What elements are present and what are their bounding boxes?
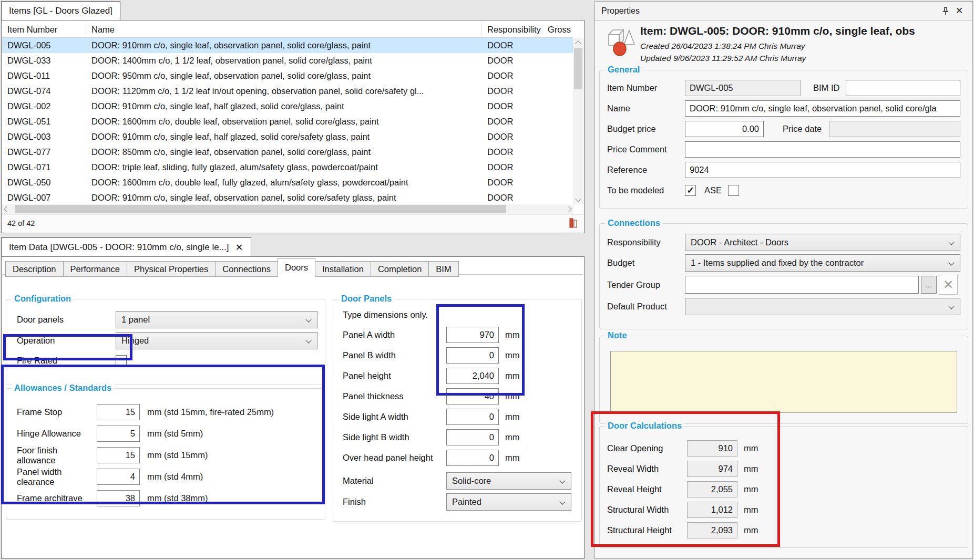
table-row[interactable]: DWGL-011 DOOR: 950mm c/o, single leaf, o… bbox=[2, 68, 573, 84]
horizontal-scrollbar[interactable] bbox=[2, 204, 573, 214]
allowance-input[interactable]: 15 bbox=[97, 404, 140, 420]
table-row[interactable]: DWGL-071 DOOR: triple leaf, sliding, ful… bbox=[2, 160, 573, 175]
tab-item[interactable]: Connections bbox=[215, 261, 278, 277]
ase-checkbox[interactable] bbox=[728, 185, 739, 196]
dimension-input[interactable]: 40 bbox=[446, 388, 499, 405]
tab-item[interactable]: Doors bbox=[278, 258, 315, 277]
dimension-label: Panel height bbox=[343, 371, 446, 381]
unit-label: mm bbox=[744, 464, 758, 474]
table-row[interactable]: DWGL-050 DOOR: 1600mm c/o, double leaf, … bbox=[2, 175, 573, 190]
item-data-tab[interactable]: Item Data [DWGL-005 - DOOR: 910mm c/o, s… bbox=[1, 237, 251, 256]
item-number-field[interactable]: DWGL-005 bbox=[685, 80, 801, 96]
cell-responsibility: DOOR bbox=[482, 132, 542, 142]
column-header-gross[interactable]: Gross bbox=[542, 24, 573, 35]
tab-item[interactable]: Description bbox=[5, 261, 64, 277]
connections-title: Connections bbox=[605, 218, 663, 228]
price-comment-field[interactable] bbox=[685, 141, 960, 158]
cell-item-number: DWGL-003 bbox=[2, 132, 86, 142]
items-tab[interactable]: Items [GL - Doors Glazed] bbox=[1, 1, 120, 20]
dimension-input[interactable]: 0 bbox=[446, 450, 499, 466]
chevron-down-icon bbox=[948, 239, 954, 245]
note-group: Note bbox=[599, 336, 968, 424]
default-product-select[interactable] bbox=[685, 298, 960, 315]
table-row[interactable]: DWGL-005 DOOR: 910mm c/o, single leaf, o… bbox=[2, 38, 573, 53]
clear-icon[interactable]: ✕ bbox=[939, 275, 958, 295]
cell-responsibility: DOOR bbox=[482, 40, 542, 50]
columns-icon[interactable] bbox=[569, 217, 578, 229]
operation-select[interactable]: Hinged bbox=[116, 332, 317, 349]
table-row[interactable]: DWGL-077 DOOR: 850mm c/o, single leaf, o… bbox=[2, 144, 573, 160]
door-panels-label: Door panels bbox=[17, 315, 116, 325]
price-date-field[interactable] bbox=[829, 121, 960, 137]
table-row[interactable]: DWGL-033 DOOR: 1400mm c/o, 1 1/2 leaf, o… bbox=[2, 53, 573, 68]
table-row[interactable]: DWGL-003 DOOR: 910mm c/o, single leaf, h… bbox=[2, 129, 573, 144]
door-panels-group: Door Panels Type dimensions only. Panel … bbox=[333, 299, 582, 522]
material-select[interactable]: Solid-core bbox=[446, 472, 571, 490]
column-header-responsibility[interactable]: Responsibility bbox=[482, 24, 542, 35]
tab-item[interactable]: Completion bbox=[371, 261, 429, 277]
to-be-modeled-checkbox[interactable]: ✓ bbox=[685, 185, 696, 196]
items-rows: DWGL-005 DOOR: 910mm c/o, single leaf, o… bbox=[2, 38, 573, 204]
table-row[interactable]: DWGL-051 DOOR: 1600mm c/o, double leaf, … bbox=[2, 114, 573, 129]
allowance-input[interactable]: 5 bbox=[97, 426, 140, 442]
table-row[interactable]: DWGL-074 DOOR: 1120mm c/o, 1 1/2 leaf in… bbox=[2, 84, 573, 99]
cell-responsibility: DOOR bbox=[482, 147, 542, 157]
cell-responsibility: DOOR bbox=[482, 193, 542, 203]
allowance-input[interactable]: 15 bbox=[97, 447, 140, 463]
scroll-right-icon[interactable] bbox=[566, 206, 571, 212]
cell-item-number: DWGL-050 bbox=[2, 178, 86, 188]
calculation-field: 2,093 bbox=[687, 522, 737, 538]
finish-select[interactable]: Painted bbox=[446, 493, 571, 511]
table-row[interactable]: DWGL-002 DOOR: 910mm c/o, single leaf, h… bbox=[2, 99, 573, 114]
reference-field[interactable]: 9024 bbox=[685, 162, 960, 178]
dimension-row: Side light A width 0 mm bbox=[343, 407, 576, 427]
column-header-name[interactable]: Name bbox=[86, 24, 482, 35]
cell-item-number: DWGL-011 bbox=[2, 71, 86, 81]
tab-item[interactable]: Physical Properties bbox=[127, 261, 216, 277]
item-data-tabstrip: Description Performance Physical Propert… bbox=[5, 258, 458, 277]
dimension-input[interactable]: 0 bbox=[446, 409, 499, 425]
dimension-label: Side light B width bbox=[343, 432, 446, 442]
table-row[interactable]: DWGL-007 DOOR: 910mm c/o, single leaf, o… bbox=[2, 190, 573, 204]
dimension-input[interactable]: 0 bbox=[446, 347, 499, 364]
tab-item[interactable]: Performance bbox=[63, 261, 127, 277]
fire-rated-checkbox[interactable] bbox=[116, 355, 127, 366]
budget-select[interactable]: 1 - Items supplied and fixed by the cont… bbox=[685, 254, 960, 272]
tab-label: Completion bbox=[378, 264, 422, 274]
tab-item[interactable]: Installation bbox=[315, 261, 371, 277]
tab-label: Description bbox=[13, 264, 56, 274]
dimension-input[interactable]: 970 bbox=[446, 327, 499, 343]
scrollbar-thumb[interactable] bbox=[574, 48, 582, 89]
budget-price-field[interactable]: 0.00 bbox=[685, 121, 764, 137]
tab-label: Physical Properties bbox=[134, 264, 208, 274]
dimension-input[interactable]: 0 bbox=[446, 429, 499, 445]
pin-icon[interactable] bbox=[939, 5, 952, 17]
properties-title: Properties bbox=[601, 6, 640, 16]
scroll-up-icon[interactable] bbox=[576, 38, 580, 47]
door-panels-select[interactable]: 1 panel bbox=[116, 311, 317, 328]
close-icon[interactable]: ✕ bbox=[952, 5, 966, 17]
dimensions-hint: Type dimensions only. bbox=[343, 310, 428, 320]
name-field[interactable]: DOOR: 910mm c/o, single leaf, observatio… bbox=[685, 100, 960, 117]
allowance-input[interactable]: 38 bbox=[97, 490, 140, 506]
browse-button[interactable]: ... bbox=[921, 276, 937, 294]
allowance-input[interactable]: 4 bbox=[97, 469, 140, 485]
bim-id-field[interactable] bbox=[846, 80, 960, 96]
allowance-note: mm (std 4mm) bbox=[147, 472, 203, 482]
close-icon[interactable]: ✕ bbox=[235, 238, 243, 256]
vertical-scrollbar[interactable] bbox=[573, 38, 583, 204]
reference-label: Reference bbox=[607, 165, 685, 175]
responsibility-select[interactable]: DOOR - Architect - Doors bbox=[685, 234, 960, 251]
scrollbar-thumb[interactable] bbox=[15, 205, 506, 213]
tender-group-field[interactable] bbox=[685, 276, 919, 294]
scroll-left-icon[interactable] bbox=[4, 206, 9, 212]
calculation-field: 1,012 bbox=[687, 502, 737, 518]
scroll-down-icon[interactable] bbox=[573, 195, 583, 204]
tab-item[interactable]: BIM bbox=[428, 261, 458, 277]
record-count: 42 of 42 bbox=[7, 219, 35, 227]
note-textarea[interactable] bbox=[610, 351, 957, 413]
allowances-title: Allowances / Standards bbox=[12, 383, 114, 393]
dimension-row: Panel B width 0 mm bbox=[343, 345, 576, 366]
column-header-item-number[interactable]: Item Number bbox=[2, 24, 86, 35]
dimension-input[interactable]: 2,040 bbox=[446, 368, 499, 384]
